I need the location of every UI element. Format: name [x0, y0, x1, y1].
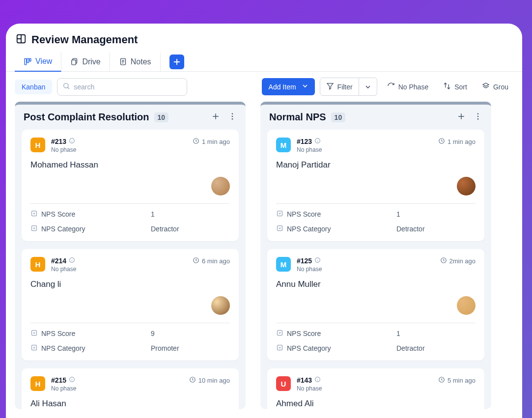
- detail-value-nps-score: 1: [396, 210, 400, 218]
- kanban-column: Normal NPS 10 M #123 No phase 1: [260, 102, 491, 409]
- svg-point-20: [232, 113, 233, 114]
- checkbox-icon: [30, 224, 38, 233]
- card-time: 6 min ago: [193, 257, 230, 265]
- svg-rect-4: [27, 58, 29, 63]
- checkbox-icon: [276, 329, 283, 338]
- tabs: View Drive Notes: [6, 52, 522, 72]
- filter-label: Filter: [337, 83, 353, 91]
- assignee-avatar[interactable]: [211, 296, 230, 315]
- group-label: Grou: [493, 83, 508, 91]
- tab-view[interactable]: View: [15, 52, 61, 72]
- card-avatar: M: [276, 257, 291, 272]
- kanban-card[interactable]: U #143 No phase 5 min ago Ahmed Ali: [267, 368, 484, 409]
- card-name: Manoj Partidar: [276, 160, 476, 170]
- kanban-card[interactable]: M #123 No phase 1 min ago Manoj Partidar: [267, 130, 484, 241]
- detail-value-nps-category: Detractor: [396, 344, 425, 352]
- card-phase: No phase: [51, 266, 76, 273]
- tab-view-label: View: [35, 57, 52, 66]
- no-phase-button[interactable]: No Phase: [382, 78, 433, 95]
- card-avatar: H: [30, 138, 45, 152]
- detail-label: NPS Category: [287, 225, 331, 233]
- clock-icon: [189, 376, 196, 385]
- card-assignee: [276, 296, 476, 315]
- detail-value-nps-category: Detractor: [151, 225, 179, 233]
- detail-row-nps-category: NPS Category Promoter: [30, 344, 230, 353]
- detail-value-nps-category: Detractor: [396, 225, 425, 233]
- card-details: NPS Score 9 NPS Category Promoter: [30, 323, 230, 353]
- detail-label: NPS Category: [41, 225, 85, 233]
- svg-point-22: [232, 118, 233, 119]
- info-icon[interactable]: [69, 376, 75, 384]
- card-phase: No phase: [297, 146, 322, 153]
- search-input[interactable]: [74, 83, 182, 91]
- detail-label: NPS Category: [41, 344, 85, 352]
- group-button[interactable]: Grou: [477, 78, 513, 95]
- card-details: NPS Score 1 NPS Category Detractor: [30, 203, 230, 233]
- info-icon[interactable]: [314, 257, 321, 265]
- info-icon[interactable]: [314, 376, 321, 384]
- card-phase: No phase: [51, 385, 76, 392]
- app-window: Review Management View Drive Notes Kanba…: [6, 24, 522, 418]
- svg-rect-34: [32, 345, 37, 350]
- svg-rect-3: [25, 58, 27, 65]
- assignee-avatar[interactable]: [211, 177, 230, 195]
- card-time: 5 min ago: [438, 376, 476, 385]
- add-item-button[interactable]: Add Item: [262, 78, 315, 95]
- kanban-card[interactable]: H #214 No phase 6 min ago Chang li: [22, 249, 239, 361]
- column-menu-button[interactable]: [228, 112, 237, 123]
- column-add-button[interactable]: [457, 112, 466, 123]
- detail-value-nps-score: 1: [151, 210, 155, 218]
- clock-icon: [193, 257, 199, 265]
- filter-icon: [326, 82, 334, 91]
- card-avatar: U: [276, 376, 291, 391]
- detail-row-nps-category: NPS Category Detractor: [276, 344, 476, 353]
- svg-point-14: [64, 83, 68, 87]
- svg-rect-55: [278, 345, 282, 350]
- column-header: Post Complaint Resolution 10: [15, 105, 246, 130]
- add-tab-button[interactable]: [169, 55, 184, 69]
- kanban-chip[interactable]: Kanban: [15, 80, 52, 94]
- card-id: #143: [297, 376, 312, 384]
- tab-notes-label: Notes: [131, 57, 151, 66]
- kanban-card[interactable]: H #215 No phase 10 min ago Ali Hasan: [22, 368, 239, 409]
- info-icon[interactable]: [69, 138, 75, 145]
- card-name: Ali Hasan: [30, 399, 230, 409]
- svg-rect-49: [278, 226, 282, 231]
- svg-line-15: [68, 87, 69, 88]
- card-name: Annu Muller: [276, 279, 476, 289]
- filter-button[interactable]: Filter: [320, 78, 359, 96]
- svg-rect-48: [278, 211, 282, 216]
- chevron-down-icon: [301, 82, 309, 91]
- column-menu-button[interactable]: [474, 112, 482, 123]
- detail-row-nps-score: NPS Score 9: [30, 329, 230, 338]
- tab-notes[interactable]: Notes: [110, 53, 161, 71]
- card-assignee: [30, 296, 230, 315]
- detail-row-nps-category: NPS Category Detractor: [30, 224, 230, 233]
- svg-rect-27: [32, 211, 37, 216]
- search-wrap: [57, 78, 187, 96]
- detail-label: NPS Score: [287, 330, 321, 337]
- info-icon[interactable]: [314, 138, 321, 145]
- card-avatar: H: [30, 376, 45, 391]
- detail-value-nps-score: 1: [396, 330, 400, 337]
- card-phase: No phase: [297, 266, 322, 273]
- card-id: #125: [297, 257, 312, 265]
- sort-button[interactable]: Sort: [438, 78, 472, 95]
- clock-icon: [440, 257, 447, 265]
- detail-label: NPS Category: [287, 344, 331, 352]
- svg-rect-7: [72, 60, 76, 65]
- card-id: #215: [51, 376, 66, 384]
- assignee-avatar[interactable]: [457, 296, 476, 315]
- column-title: Post Complaint Resolution: [24, 111, 149, 123]
- clock-icon: [193, 138, 199, 146]
- card-time: 10 min ago: [189, 376, 230, 385]
- column-add-button[interactable]: [211, 112, 220, 123]
- filter-dropdown-button[interactable]: [359, 78, 377, 96]
- kanban-card[interactable]: M #125 No phase 2min ago Annu Muller: [267, 249, 484, 361]
- kanban-card[interactable]: H #213 No phase 1 min ago Mohamed Hassan: [22, 130, 239, 241]
- info-icon[interactable]: [69, 257, 75, 265]
- assignee-avatar[interactable]: [457, 177, 476, 195]
- toolbar: Kanban Add Item Filter: [6, 72, 522, 102]
- column-title: Normal NPS: [269, 111, 326, 123]
- tab-drive[interactable]: Drive: [61, 53, 110, 71]
